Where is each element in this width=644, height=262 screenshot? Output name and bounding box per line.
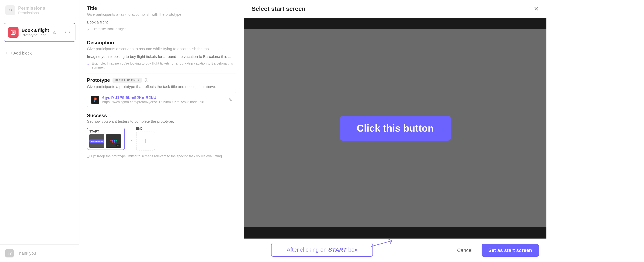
thank-you-icon: TY [5,249,14,257]
permissions-subtitle: Permissions [18,11,45,15]
info-icon: ⓘ [144,78,148,83]
end-box[interactable]: + [136,132,155,150]
test-block-subtitle: Prototype Test [22,33,50,37]
modal-close-button[interactable]: ✕ [534,6,539,12]
tip-text: Tip: Keep the prototype limited to scree… [87,154,236,158]
cancel-button[interactable]: Cancel [452,244,478,256]
desc-example: ✓ Example: Imagine you're looking to buy… [87,62,236,70]
add-block-button[interactable]: + + Add block [0,46,79,61]
modal-title: Select start screen [252,5,306,12]
thank-you-label: Thank you [17,251,36,256]
desc-input[interactable] [87,53,236,60]
thank-you-item: TY Thank you [0,244,80,262]
sidebar: ⚙ Permissions Permissions Book a flight … [0,0,80,262]
prototype-label: Prototype [87,77,110,83]
desc-section-label: Description [87,40,236,46]
end-outer: END + [136,127,155,150]
center-content: Title Give participants a task to accomp… [80,0,244,262]
figma-link-url: https://www.figma.com/proto/6jydlYd1P5I9… [102,100,226,104]
desktop-only-badge: DESKTOP ONLY [112,78,142,83]
desc-section-desc: Give participants a scenario to assume w… [87,47,236,51]
click-this-button[interactable]: Click this button [340,116,451,141]
success-desc: Set how you want testers to complete the… [87,119,236,124]
tip-label: Tip: Keep the prototype limited to scree… [90,154,223,158]
modal-preview: Click this button [244,18,546,238]
title-example-text: Example: Book a flight [92,27,126,31]
title-section-desc: Give participants a task to accomplish w… [87,12,236,17]
title-example: ✓ Example: Book a flight [87,27,236,32]
preview-top-bar [244,18,546,29]
start-screen-1: Click this button [89,134,104,148]
figma-link-texts: 6jydlYd1P5I9bm9JKmR2bU https://www.figma… [102,95,226,104]
select-start-screen-modal: Select start screen ✕ Click this button … [244,0,546,262]
set-as-start-screen-button[interactable]: Set as start screen [482,244,539,257]
more-options-icon[interactable]: ··· [58,30,62,35]
figma-link-block[interactable]: 6jydlYd1P5I9bm9JKmR2bU https://www.figma… [87,92,236,107]
start-screens-row: Click this button YA [89,134,122,148]
test-block-actions: ⚠ ··· ⋮⋮ [52,30,71,35]
preview-inner: Click this button [244,18,546,238]
prototype-header: Prototype DESKTOP ONLY ⓘ [87,77,236,83]
check-icon-2: ✓ [87,62,90,67]
start-box[interactable]: START Click this button [87,128,125,150]
svg-point-2 [13,32,14,33]
click-button-thumb: Click this button [90,140,104,143]
permissions-item: ⚙ Permissions Permissions [0,0,79,19]
success-label: Success [87,113,236,119]
preview-bottom-bar [244,227,546,238]
end-box-label: END [136,127,155,130]
tip-checkbox[interactable] [87,155,90,157]
test-block[interactable]: Book a flight Prototype Test ⚠ ··· ⋮⋮ [4,23,76,42]
add-end-icon: + [144,137,148,145]
start-screen-2: YAY! [106,134,121,148]
start-box-label: START [89,130,122,133]
add-block-label: + Add block [10,51,32,56]
permissions-title: Permissions [18,6,45,11]
test-block-text: Book a flight Prototype Test [22,28,50,37]
check-icon: ✓ [87,28,90,32]
dots-pattern [110,140,117,143]
title-section-label: Title [87,5,236,11]
start-end-row: START Click this button [87,127,236,150]
modal-footer: Cancel Set as start screen [244,238,546,262]
drag-handle-icon[interactable]: ⋮⋮ [64,30,71,35]
plus-icon: + [5,50,8,56]
test-block-title: Book a flight [22,28,50,33]
screen-label: YAY! [116,144,120,147]
desc-example-text: Example: Imagine you're looking to buy f… [92,62,236,70]
title-input[interactable] [87,19,236,26]
warning-icon: ⚠ [52,30,56,35]
edit-icon[interactable]: ✎ [228,97,232,102]
main-container: ⚙ Permissions Permissions Book a flight … [0,0,644,262]
permissions-text: Permissions Permissions [18,6,45,15]
modal-header: Select start screen ✕ [244,0,546,18]
figma-icon [91,96,99,104]
test-block-icon [8,27,18,38]
arrow-icon: → [128,134,133,144]
permissions-icon: ⚙ [5,5,15,15]
figma-link-title: 6jydlYd1P5I9bm9JKmR2bU [102,95,226,100]
prototype-desc: Give participants a prototype that refle… [87,85,236,89]
